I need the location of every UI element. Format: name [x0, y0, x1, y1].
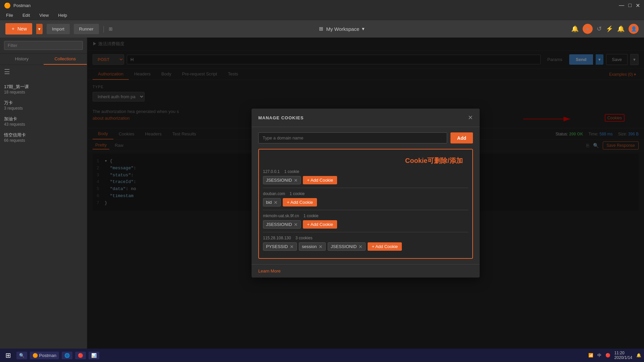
- list-item[interactable]: 万卡 3 requests: [0, 97, 87, 113]
- domain-label-douban: douban.com 1 cookie: [263, 191, 468, 196]
- cookie-domain-115: 115.28.108.130 3 cookies PYSESSID ✕ sess…: [263, 236, 468, 251]
- cookie-name: JSESSIONID: [266, 222, 292, 227]
- collection-sub: 66 requests: [4, 138, 83, 143]
- collection-name: 万卡: [4, 100, 83, 106]
- new-label: New: [17, 26, 27, 32]
- cookie-name: session: [302, 244, 317, 249]
- collection-sub: 3 requests: [4, 106, 83, 111]
- runner-button[interactable]: Runner: [74, 24, 99, 34]
- taskbar-lang: 中: [597, 353, 601, 358]
- taskbar-time: 11:20: [614, 351, 632, 355]
- workspace-divider-icon: |: [103, 25, 105, 33]
- menu-edit[interactable]: Edit: [20, 12, 32, 18]
- avatar-icon[interactable]: 👤: [629, 24, 639, 34]
- toolbar: ＋ New ▾ Import Runner | ⊞ ⊞ My Workspace…: [0, 20, 644, 38]
- list-item[interactable]: 悟空信用卡 66 requests: [0, 129, 87, 145]
- workspace-icon: ⊞: [109, 26, 113, 32]
- cookie-chips-115: PYSESSID ✕ session ✕ JSESSIONID ✕: [263, 242, 468, 251]
- domain-label-mkmoln: mkmoln-uat.sk.9f.cn 1 cookie: [263, 214, 468, 218]
- list-item[interactable]: 加油卡 43 requests: [0, 113, 87, 129]
- window-controls: — □ ✕: [619, 2, 640, 9]
- taskbar-excel-app[interactable]: 📊: [89, 352, 99, 359]
- new-caret-button[interactable]: ▾: [36, 24, 43, 34]
- taskbar-notification-icon[interactable]: 🔔: [636, 353, 641, 358]
- plus-icon: ＋: [11, 26, 15, 32]
- bell-icon[interactable]: ↺: [597, 25, 602, 33]
- domain-name-input[interactable]: [258, 132, 447, 143]
- taskbar-chrome-app[interactable]: 🌐: [62, 352, 72, 359]
- taskbar-left: ⊞ 🔍 🟠 Postman 🌐 🔴 📊: [3, 350, 99, 361]
- cookie-name: JSESSIONID: [266, 178, 292, 183]
- cookie-name: JSESSIONID: [331, 244, 357, 249]
- cookie-domain-mkmoln: mkmoln-uat.sk.9f.cn 1 cookie JSESSIONID …: [263, 214, 468, 229]
- cookie-domain-douban: douban.com 1 cookie bid ✕ + Add Cookie: [263, 191, 468, 206]
- user-icon[interactable]: 🔔: [617, 25, 625, 33]
- menu-help[interactable]: Help: [56, 12, 69, 18]
- divider-3: [263, 232, 468, 232]
- tab-history[interactable]: History: [0, 54, 44, 65]
- cookie-chips-douban: bid ✕ + Add Cookie: [263, 198, 468, 206]
- workspace-label[interactable]: My Workspace: [326, 26, 359, 32]
- learn-more-button[interactable]: Learn More: [258, 268, 280, 274]
- title-bar: 🟠 Postman — □ ✕: [0, 0, 644, 11]
- modal-footer: Learn More: [252, 264, 480, 278]
- start-button[interactable]: ⊞: [3, 350, 14, 361]
- tab-collections[interactable]: Collections: [44, 54, 87, 65]
- main-layout: History Collections ☰ 17期_第一课 18 request…: [0, 38, 644, 349]
- heart-icon[interactable]: ⚡: [606, 25, 613, 33]
- menu-file[interactable]: File: [4, 12, 15, 18]
- remove-cookie-session[interactable]: ✕: [319, 244, 323, 249]
- remove-cookie-jsessionid-127[interactable]: ✕: [294, 178, 298, 183]
- cookie-domain-127: 127.0.0.1 1 cookie JSESSIONID ✕ + Add Co…: [263, 169, 468, 184]
- remove-cookie-pysessid[interactable]: ✕: [290, 244, 294, 249]
- add-cookie-115-button[interactable]: + Add Cookie: [368, 242, 402, 251]
- divider-1: [263, 188, 468, 188]
- sidebar: History Collections ☰ 17期_第一课 18 request…: [0, 38, 87, 349]
- domain-label-127: 127.0.0.1 1 cookie: [263, 169, 468, 174]
- settings-icon[interactable]: ●: [583, 24, 593, 34]
- cookie-chips-127: JSESSIONID ✕ + Add Cookie: [263, 176, 468, 184]
- cookie-chip-session: session ✕: [299, 242, 326, 251]
- modal-body: Add Cookie可删除/添加 127.0.0.1 1 cookie: [252, 127, 480, 264]
- add-collection-icon[interactable]: ☰: [4, 68, 10, 75]
- maximize-button[interactable]: □: [628, 2, 632, 8]
- import-button[interactable]: Import: [47, 24, 70, 34]
- filter-input[interactable]: [4, 41, 83, 50]
- add-cookie-douban-button[interactable]: + Add Cookie: [283, 198, 317, 206]
- toolbar-right: 🔔 ● ↺ ⚡ 🔔 👤: [571, 24, 639, 34]
- collection-name: 加油卡: [4, 116, 83, 122]
- remove-cookie-jsessionid-115[interactable]: ✕: [359, 244, 363, 249]
- taskbar-search[interactable]: 🔍: [16, 352, 27, 359]
- new-button[interactable]: ＋ New: [5, 23, 32, 35]
- content-area: ▶ 激活消费额度 POST GET PUT DELETE Params Send…: [87, 38, 644, 349]
- menu-view[interactable]: View: [37, 12, 51, 18]
- cookie-chip-jsessionid-127: JSESSIONID ✕: [263, 176, 301, 184]
- cookies-box: Cookie可删除/添加 127.0.0.1 1 cookie JSESSION…: [258, 149, 473, 259]
- sync-icon[interactable]: 🔔: [571, 25, 579, 33]
- add-cookie-mkmoln-button[interactable]: + Add Cookie: [303, 220, 337, 229]
- add-domain-button[interactable]: Add: [450, 132, 473, 143]
- minimize-button[interactable]: —: [619, 2, 624, 8]
- collection-name: 17期_第一课: [4, 84, 83, 90]
- taskbar-app-3[interactable]: 🔴: [75, 352, 86, 359]
- collection-sub: 43 requests: [4, 122, 83, 127]
- taskbar-date: 2020/1/14: [614, 355, 632, 360]
- manage-cookies-modal: MANAGE COOKIES ✕ Add Cookie可删除/添加: [252, 109, 480, 278]
- modal-close-button[interactable]: ✕: [468, 114, 473, 121]
- sidebar-tabs: History Collections: [0, 54, 87, 65]
- workspace-caret-icon: ▾: [362, 26, 365, 32]
- toolbar-center: ⊞ My Workspace ▾: [319, 26, 365, 32]
- taskbar-postman-app[interactable]: 🟠 Postman: [30, 352, 59, 359]
- workspace-grid-icon: ⊞: [319, 26, 323, 32]
- toolbar-left: ＋ New ▾ Import Runner | ⊞: [5, 23, 113, 35]
- sidebar-collections-list: 17期_第一课 18 requests 万卡 3 requests 加油卡 43…: [0, 78, 87, 349]
- remove-cookie-bid[interactable]: ✕: [274, 200, 278, 205]
- taskbar-clock: 11:20 2020/1/14: [614, 351, 632, 360]
- cookie-chip-jsessionid-115: JSESSIONID ✕: [328, 242, 366, 251]
- close-button[interactable]: ✕: [636, 2, 640, 9]
- add-cookie-127-button[interactable]: + Add Cookie: [303, 176, 337, 184]
- cookie-annotation-area: Cookie可删除/添加: [263, 154, 468, 168]
- remove-cookie-jsessionid-mkmoln[interactable]: ✕: [294, 222, 298, 227]
- list-item[interactable]: 17期_第一课 18 requests: [0, 81, 87, 97]
- collection-name: 悟空信用卡: [4, 132, 83, 138]
